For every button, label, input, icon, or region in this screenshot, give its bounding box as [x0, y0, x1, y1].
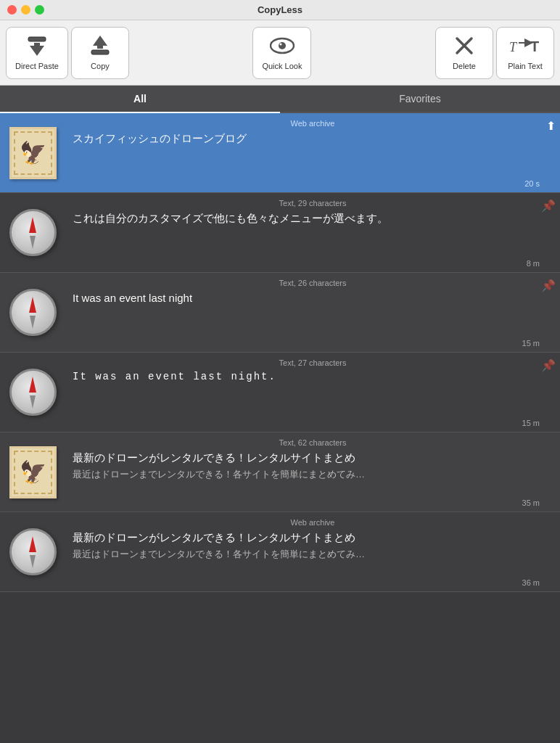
- minimize-button[interactable]: [21, 5, 30, 15]
- copy-button[interactable]: Copy: [71, 27, 129, 79]
- clip-title: It was an event last night: [73, 290, 553, 305]
- clip-content: Text, 27 characters It was an event last…: [65, 353, 560, 432]
- compass-thumbnail: [9, 369, 57, 416]
- direct-paste-button[interactable]: Direct Paste: [6, 27, 68, 79]
- svg-point-8: [279, 43, 281, 45]
- compass-thumbnail: [9, 528, 57, 575]
- maximize-button[interactable]: [35, 5, 44, 15]
- clip-item[interactable]: 🦅 Text, 62 characters 最新のドローンがレンタルできる！レン…: [0, 432, 560, 512]
- clip-item[interactable]: Web archive 最新のドローンがレンタルできる！レンタルサイトまとめ 最…: [0, 512, 560, 592]
- clip-content: Text, 62 characters 最新のドローンがレンタルできる！レンタル…: [65, 432, 560, 512]
- clip-item[interactable]: Text, 26 characters It was an event last…: [0, 273, 560, 353]
- quick-look-icon: [270, 36, 295, 59]
- toolbar-right: Delete T T Plain Text: [435, 27, 554, 79]
- clip-thumb: [0, 512, 65, 591]
- clip-title: スカイフィッシュのドローンブログ: [73, 131, 553, 146]
- clip-content: Text, 29 characters これは自分のカスタマイズで他にも色々なメ…: [65, 193, 560, 272]
- clip-title: It was an event last night.: [73, 370, 553, 385]
- title-bar: CopyLess: [0, 0, 560, 20]
- svg-text:T: T: [530, 38, 539, 54]
- clip-item[interactable]: Text, 29 characters これは自分のカスタマイズで他にも色々なメ…: [0, 193, 560, 273]
- tab-favorites[interactable]: Favorites: [280, 86, 560, 112]
- copy-icon: [89, 36, 111, 59]
- app-title: CopyLess: [258, 4, 302, 15]
- svg-rect-5: [91, 50, 109, 54]
- clip-item[interactable]: 🦅 Web archive スカイフィッシュのドローンブログ 20 s ⬆: [0, 113, 560, 193]
- clip-item[interactable]: Text, 27 characters It was an event last…: [0, 353, 560, 432]
- pin-icon: 📌: [541, 279, 556, 292]
- clip-list: 🦅 Web archive スカイフィッシュのドローンブログ 20 s ⬆ Te…: [0, 113, 560, 592]
- clip-time: 20 s: [524, 179, 540, 188]
- clip-meta: Text, 62 characters: [73, 438, 553, 447]
- clip-thumb: 🦅: [0, 113, 65, 192]
- svg-rect-2: [34, 43, 40, 49]
- compass-thumbnail: [9, 289, 57, 336]
- direct-paste-label: Direct Paste: [15, 62, 59, 70]
- clip-meta: Text, 29 characters: [73, 199, 553, 208]
- toolbar: Direct Paste Copy Quick Look: [0, 20, 560, 86]
- plain-text-icon: T T: [508, 36, 542, 59]
- clip-content: Web archive スカイフィッシュのドローンブログ: [65, 113, 560, 192]
- delete-label: Delete: [453, 62, 476, 70]
- clip-thumb: 🦅: [0, 432, 65, 512]
- clip-content: Web archive 最新のドローンがレンタルできる！レンタルサイトまとめ 最…: [65, 512, 560, 591]
- clip-time: 15 m: [522, 419, 540, 427]
- clip-content: Text, 26 characters It was an event last…: [65, 273, 560, 352]
- clip-meta: Text, 27 characters: [73, 358, 553, 367]
- toolbar-center: Quick Look: [132, 27, 432, 79]
- clip-time: 35 m: [522, 498, 540, 507]
- delete-icon: [454, 36, 474, 59]
- window-controls: [7, 5, 44, 15]
- clip-time: 8 m: [527, 259, 540, 268]
- clip-preview: 最近はドローンまでレンタルできる！各サイトを簡単にまとめてみ…: [73, 468, 553, 481]
- svg-rect-4: [97, 43, 103, 49]
- plain-text-button[interactable]: T T Plain Text: [496, 27, 554, 79]
- clip-title: これは自分のカスタマイズで他にも色々なメニューが選べます。: [73, 210, 553, 226]
- copy-label: Copy: [91, 62, 110, 70]
- svg-text:T: T: [509, 40, 518, 54]
- pin-icon: 📌: [541, 199, 556, 213]
- svg-point-7: [279, 42, 286, 49]
- clip-title: 最新のドローンがレンタルできる！レンタルサイトまとめ: [73, 450, 553, 465]
- clip-title: 最新のドローンがレンタルできる！レンタルサイトまとめ: [73, 530, 553, 545]
- close-button[interactable]: [7, 5, 17, 15]
- tab-all[interactable]: All: [0, 86, 280, 113]
- plain-text-label: Plain Text: [508, 62, 543, 70]
- compass-thumbnail: [9, 209, 57, 256]
- clip-time: 15 m: [522, 339, 540, 348]
- delete-button[interactable]: Delete: [435, 27, 493, 79]
- clip-thumb: [0, 193, 65, 272]
- clip-thumb: [0, 353, 65, 432]
- clip-time: 36 m: [522, 578, 540, 587]
- clip-meta: Text, 26 characters: [73, 279, 553, 287]
- upload-icon: ⬆: [546, 119, 556, 133]
- quick-look-label: Quick Look: [262, 62, 302, 70]
- pin-icon: 📌: [541, 358, 556, 372]
- tabs: All Favorites: [0, 86, 560, 113]
- clip-preview: 最近はドローンまでレンタルできる！各サイトを簡単にまとめてみ…: [73, 548, 553, 561]
- clip-thumb: [0, 273, 65, 352]
- clip-meta: Web archive: [73, 119, 553, 128]
- quick-look-button[interactable]: Quick Look: [252, 27, 311, 79]
- svg-rect-0: [28, 37, 46, 41]
- clip-meta: Web archive: [73, 518, 553, 527]
- stamp-thumbnail: 🦅: [9, 446, 57, 498]
- stamp-thumbnail: 🦅: [9, 127, 57, 179]
- direct-paste-icon: [26, 36, 48, 59]
